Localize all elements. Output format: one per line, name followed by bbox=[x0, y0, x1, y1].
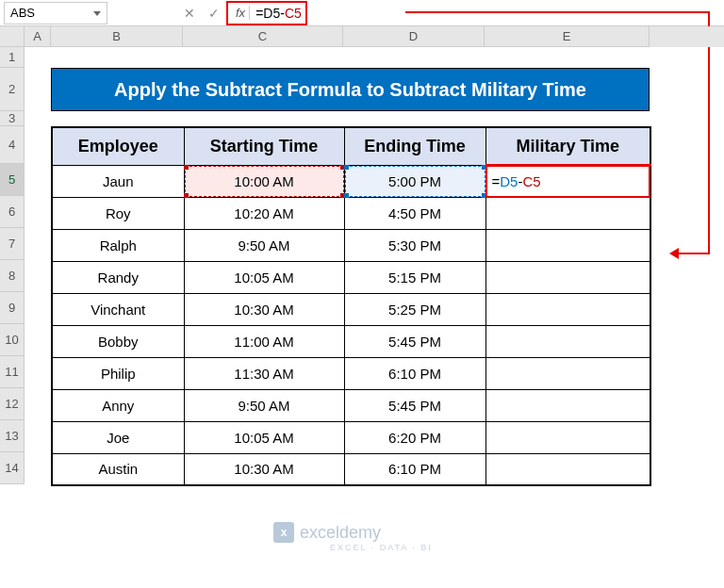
row-header[interactable]: 1 bbox=[0, 47, 25, 68]
row-header[interactable]: 6 bbox=[0, 196, 25, 228]
cell[interactable]: Randy bbox=[52, 261, 184, 293]
cell[interactable]: 10:20 AM bbox=[184, 197, 344, 229]
cell[interactable] bbox=[485, 325, 650, 357]
row-header[interactable]: 9 bbox=[0, 292, 25, 324]
fx-icon[interactable]: fx bbox=[232, 6, 250, 20]
callout-arrow bbox=[405, 11, 710, 13]
watermark-subtitle: EXCEL · DATA · BI bbox=[330, 543, 433, 552]
page-title: Apply the Subtract Formula to Subtract M… bbox=[51, 68, 650, 111]
table-row: Joe10:05 AM6:20 PM bbox=[52, 421, 650, 453]
data-table: Employee Starting Time Ending Time Milit… bbox=[51, 126, 651, 486]
cell[interactable] bbox=[485, 293, 650, 325]
table-row: Bobby11:00 AM5:45 PM bbox=[52, 325, 650, 357]
cell-e5-active[interactable]: =D5-C5 bbox=[485, 165, 650, 197]
table-row: Philip11:30 AM6:10 PM bbox=[52, 357, 650, 389]
cell[interactable]: Philip bbox=[52, 357, 184, 389]
cell[interactable]: Ralph bbox=[52, 229, 184, 261]
col-header-b[interactable]: B bbox=[51, 26, 183, 47]
cell[interactable]: 10:30 AM bbox=[184, 293, 344, 325]
cell[interactable]: 6:20 PM bbox=[344, 421, 485, 453]
header-military[interactable]: Military Time bbox=[485, 127, 650, 165]
table-row: Austin10:30 AM6:10 PM bbox=[52, 453, 650, 485]
cell[interactable] bbox=[485, 229, 650, 261]
row-header[interactable]: 3 bbox=[0, 111, 25, 126]
cell[interactable] bbox=[485, 453, 650, 485]
row-header[interactable]: 13 bbox=[0, 420, 25, 452]
cell[interactable] bbox=[485, 357, 650, 389]
table-row: Ralph9:50 AM5:30 PM bbox=[52, 229, 650, 261]
cell[interactable]: Bobby bbox=[52, 325, 184, 357]
spreadsheet: A B C D E 1 2 3 4 5 6 7 8 9 10 11 12 13 … bbox=[0, 26, 724, 484]
row-header[interactable]: 11 bbox=[0, 356, 25, 388]
cell[interactable]: 5:45 PM bbox=[344, 389, 485, 421]
cell[interactable] bbox=[485, 261, 650, 293]
watermark-text: exceldemy bbox=[300, 523, 381, 543]
table-row: Vinchant10:30 AM5:25 PM bbox=[52, 293, 650, 325]
logo-icon: x bbox=[273, 522, 294, 543]
cell[interactable]: 9:50 AM bbox=[184, 389, 344, 421]
table-row: Randy10:05 AM5:15 PM bbox=[52, 261, 650, 293]
row-header-active[interactable]: 5 bbox=[0, 164, 25, 196]
header-employee[interactable]: Employee bbox=[52, 127, 184, 165]
col-header-d[interactable]: D bbox=[343, 26, 485, 47]
row-header[interactable]: 10 bbox=[0, 324, 25, 356]
cell[interactable] bbox=[485, 389, 650, 421]
name-box-value: ABS bbox=[10, 6, 35, 20]
cell[interactable]: 11:30 AM bbox=[184, 357, 344, 389]
cell[interactable]: 10:05 AM bbox=[184, 421, 344, 453]
cell[interactable] bbox=[485, 421, 650, 453]
row-header[interactable]: 14 bbox=[0, 452, 25, 484]
table-row: Jaun 10:00 AM 5:00 PM =D5-C bbox=[52, 165, 650, 197]
cell[interactable]: Joe bbox=[52, 421, 184, 453]
col-header-a[interactable]: A bbox=[25, 26, 51, 47]
row-header[interactable]: 2 bbox=[0, 68, 25, 111]
header-ending[interactable]: Ending Time bbox=[344, 127, 485, 165]
row-header[interactable]: 4 bbox=[0, 126, 25, 164]
cell[interactable]: 10:05 AM bbox=[184, 261, 344, 293]
cell[interactable]: 6:10 PM bbox=[344, 453, 485, 485]
cell[interactable]: Austin bbox=[52, 453, 184, 485]
cell[interactable]: 5:15 PM bbox=[344, 261, 485, 293]
watermark: x exceldemy bbox=[273, 522, 381, 543]
col-header-c[interactable]: C bbox=[183, 26, 343, 47]
cell[interactable]: 5:45 PM bbox=[344, 325, 485, 357]
cell[interactable]: Roy bbox=[52, 197, 184, 229]
cell[interactable]: 5:30 PM bbox=[344, 229, 485, 261]
column-headers: A B C D E bbox=[0, 26, 724, 47]
cancel-icon[interactable]: ✕ bbox=[177, 2, 202, 24]
enter-icon[interactable]: ✓ bbox=[202, 2, 226, 24]
cell[interactable]: Vinchant bbox=[52, 293, 184, 325]
formula-input[interactable]: =D5-C5 bbox=[255, 6, 302, 21]
cell[interactable]: 5:25 PM bbox=[344, 293, 485, 325]
header-starting[interactable]: Starting Time bbox=[184, 127, 344, 165]
fx-box: fx =D5-C5 bbox=[226, 1, 307, 25]
select-all-corner[interactable] bbox=[0, 26, 25, 47]
cell[interactable]: 10:30 AM bbox=[184, 453, 344, 485]
cell[interactable]: 6:10 PM bbox=[344, 357, 485, 389]
table-row: Roy10:20 AM4:50 PM bbox=[52, 197, 650, 229]
cell[interactable]: Anny bbox=[52, 389, 184, 421]
col-header-e[interactable]: E bbox=[485, 26, 650, 47]
formula-bar: ABS ✕ ✓ fx =D5-C5 bbox=[0, 0, 724, 26]
cell[interactable]: Jaun bbox=[52, 165, 184, 197]
cell[interactable]: 4:50 PM bbox=[344, 197, 485, 229]
cell[interactable] bbox=[485, 197, 650, 229]
cell-c5[interactable]: 10:00 AM bbox=[184, 165, 344, 197]
table-row: Anny9:50 AM5:45 PM bbox=[52, 389, 650, 421]
row-header[interactable]: 12 bbox=[0, 388, 25, 420]
cell[interactable]: 11:00 AM bbox=[184, 325, 344, 357]
cell-d5[interactable]: 5:00 PM bbox=[344, 165, 485, 197]
row-headers: 1 2 3 4 5 6 7 8 9 10 11 12 13 14 bbox=[0, 47, 25, 484]
table-header-row: Employee Starting Time Ending Time Milit… bbox=[52, 127, 650, 165]
cell[interactable]: 9:50 AM bbox=[184, 229, 344, 261]
name-box[interactable]: ABS bbox=[4, 2, 107, 24]
row-header[interactable]: 7 bbox=[0, 228, 25, 260]
row-header[interactable]: 8 bbox=[0, 260, 25, 292]
